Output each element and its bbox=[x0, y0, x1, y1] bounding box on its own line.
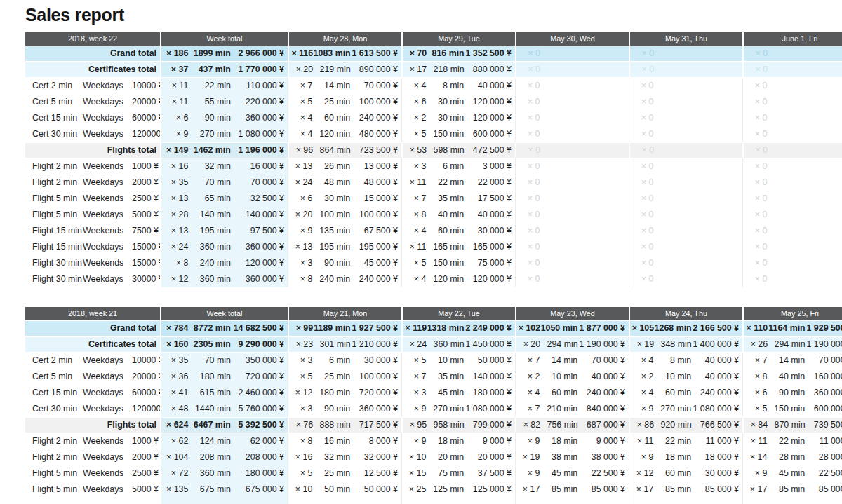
qty-value: × 0 bbox=[517, 177, 540, 187]
minutes-value: 30 min bbox=[426, 113, 464, 123]
minutes-value: 8 min bbox=[653, 355, 691, 365]
qty-value: × 0 bbox=[744, 129, 767, 139]
amount-value: 48 000 ¥ bbox=[350, 177, 398, 187]
qty-value: × 0 bbox=[744, 258, 767, 268]
row-label: Cert 5 minWeekdays20000 ¥ bbox=[25, 369, 160, 385]
service-name: Flight 2 min bbox=[32, 161, 83, 171]
amount-value: 180 000 ¥ bbox=[231, 468, 284, 478]
day-cell: × 48 min40 000 ¥ bbox=[401, 78, 515, 94]
amount-value: 40 000 ¥ bbox=[691, 355, 739, 365]
column-header: May 24, Thu bbox=[629, 307, 742, 320]
week-label-header: 2018, week 22 bbox=[25, 32, 160, 46]
amount-value: 17 500 ¥ bbox=[464, 193, 512, 203]
amount-value: 16 000 ¥ bbox=[231, 161, 284, 171]
minutes-value: 135 min bbox=[312, 226, 350, 236]
amount-value: 880 000 ¥ bbox=[465, 64, 512, 74]
amount-value: 38 000 ¥ bbox=[577, 452, 625, 462]
amount-value: 100 000 ¥ bbox=[350, 372, 398, 381]
qty-value: × 2 bbox=[517, 372, 540, 381]
data-row: Flight 30 minWeekends15000 ¥× 8240 min12… bbox=[25, 255, 842, 271]
minutes-value: 60 min bbox=[426, 226, 464, 236]
schedule-label: Weekdays bbox=[83, 242, 132, 252]
week-total-cell: × 1602305 min9 290 000 ¥ bbox=[160, 337, 288, 352]
qty-value: × 0 bbox=[517, 113, 540, 123]
minutes-value: 18 min bbox=[653, 452, 691, 462]
day-cell: × 525 min100 000 ¥ bbox=[288, 94, 401, 110]
service-name: Cert 5 min bbox=[32, 372, 83, 381]
schedule-label: Weekdays bbox=[83, 81, 132, 90]
qty-value: × 9 bbox=[744, 468, 767, 478]
amount-value: 8 000 ¥ bbox=[350, 436, 398, 446]
certificates-total-row: Certificates total× 37437 min1 770 000 ¥… bbox=[25, 62, 842, 78]
qty-value: × 0 bbox=[631, 177, 653, 187]
service-name: Cert 2 min bbox=[32, 355, 83, 365]
amount-value: 1 400 000 ¥ bbox=[692, 339, 739, 349]
day-cell: × 96864 min723 500 ¥ bbox=[288, 143, 401, 158]
column-header: Week total bbox=[160, 307, 288, 320]
day-cell: × 991189 min1 927 500 ¥ bbox=[288, 321, 401, 336]
service-name: Flight 5 min bbox=[32, 484, 83, 494]
data-row: Flight 30 minWeekdays30000 ¥× 12360 min3… bbox=[25, 271, 842, 287]
amount-value: 717 500 ¥ bbox=[351, 420, 398, 430]
day-cell: × 0 bbox=[515, 175, 629, 191]
amount-value: 360 000 ¥ bbox=[231, 113, 284, 123]
table-header-row: 2018, week 21Week totalMay 21, MonMay 22… bbox=[25, 307, 842, 320]
minutes-value: 294 min bbox=[768, 339, 806, 349]
service-name: Flight 2 min bbox=[32, 436, 83, 446]
day-cell: × 0 bbox=[629, 271, 742, 287]
qty-value: × 82 bbox=[518, 420, 540, 430]
amount-value: 240 000 ¥ bbox=[350, 113, 398, 123]
qty-value: × 0 bbox=[517, 81, 540, 90]
row-label: Flight 15 minWeekends7500 ¥ bbox=[25, 223, 160, 239]
amount-value: 100 000 ¥ bbox=[350, 97, 398, 107]
minutes-value: 888 min bbox=[313, 420, 351, 430]
qty-value: × 0 bbox=[631, 193, 653, 203]
qty-value: × 19 bbox=[517, 452, 540, 462]
amount-value: 675 000 ¥ bbox=[231, 484, 284, 494]
day-cell: × 735 min140 000 ¥ bbox=[401, 369, 515, 385]
schedule-label: Weekends bbox=[83, 468, 132, 478]
minutes-value: 1050 min bbox=[540, 323, 578, 333]
qty-value: × 24 bbox=[290, 177, 312, 187]
qty-value: × 0 bbox=[517, 161, 540, 171]
day-cell: × 1785 min85 000 ¥ bbox=[742, 482, 842, 498]
service-name: Flight 2 min bbox=[32, 177, 83, 187]
amount-value: 360 000 ¥ bbox=[231, 242, 284, 252]
qty-value: × 0 bbox=[745, 48, 768, 58]
qty-value: × 26 bbox=[745, 339, 768, 349]
qty-value: × 9 bbox=[290, 226, 312, 236]
column-header: Week total bbox=[160, 32, 288, 46]
qty-value: × 2 bbox=[631, 372, 653, 381]
qty-value: × 105 bbox=[632, 323, 654, 333]
service-name: Cert 15 min bbox=[32, 113, 83, 123]
amount-value: 18 000 ¥ bbox=[691, 452, 739, 462]
amount-value: 766 500 ¥ bbox=[692, 420, 739, 430]
week-total-cell: × 6246467 min5 392 500 ¥ bbox=[160, 418, 288, 433]
day-cell: × 690 min360 000 ¥ bbox=[742, 385, 842, 401]
minutes-value: 85 min bbox=[653, 484, 691, 494]
day-cell: × 0 bbox=[515, 223, 629, 239]
qty-value: × 13 bbox=[163, 226, 188, 236]
day-cell: × 525 min12 500 ¥ bbox=[288, 465, 401, 482]
qty-value: × 5 bbox=[290, 97, 312, 107]
data-row: Flight 2 minWeekdays2000 ¥× 104208 min20… bbox=[25, 449, 842, 465]
day-cell: × 26294 min1 190 000 ¥ bbox=[742, 337, 842, 352]
qty-value: × 9 bbox=[403, 404, 426, 414]
service-name: Flight 30 min bbox=[32, 274, 83, 284]
day-cell: × 460 min240 000 ¥ bbox=[288, 110, 401, 126]
unit-price: 30000 ¥ bbox=[132, 274, 163, 284]
qty-value: × 4 bbox=[290, 129, 312, 139]
column-header: May 21, Mon bbox=[288, 307, 401, 320]
data-row: Cert 15 minWeekdays60000 ¥× 690 min360 0… bbox=[25, 110, 842, 126]
amount-value: 67 500 ¥ bbox=[350, 226, 398, 236]
unit-price: 7500 ¥ bbox=[132, 226, 159, 236]
amount-value: 125 000 ¥ bbox=[464, 484, 512, 494]
qty-value: × 8 bbox=[403, 210, 426, 219]
qty-value: × 160 bbox=[163, 339, 188, 349]
day-cell: × 630 min15 000 ¥ bbox=[288, 191, 401, 207]
row-label: Flight 2 minWeekdays2000 ¥ bbox=[25, 175, 160, 191]
minutes-value: 14 min bbox=[312, 81, 350, 90]
qty-value: × 7 bbox=[290, 81, 312, 90]
qty-value: × 0 bbox=[744, 193, 767, 203]
row-label: Flight 2 minWeekends1000 ¥ bbox=[25, 433, 160, 449]
